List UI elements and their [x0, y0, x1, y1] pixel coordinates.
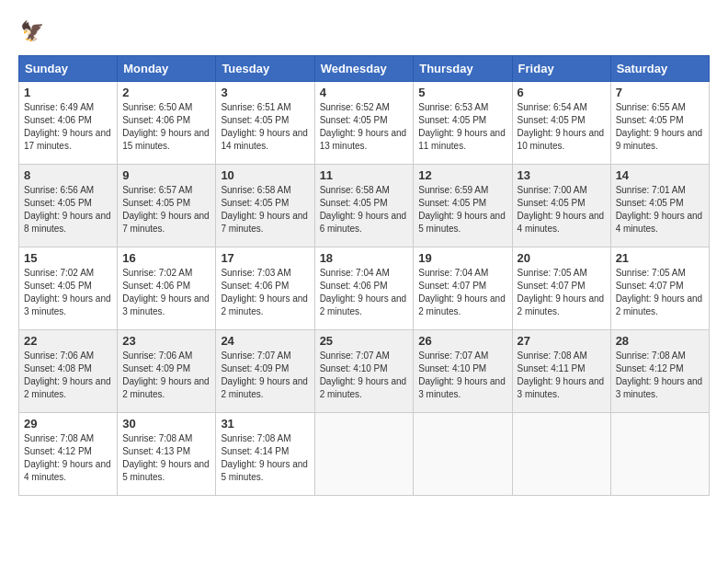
day-number: 20 — [518, 251, 606, 265]
calendar-cell: 17 Sunrise: 7:03 AM Sunset: 4:06 PM Dayl… — [216, 247, 314, 330]
calendar-cell: 1 Sunrise: 6:49 AM Sunset: 4:06 PM Dayli… — [19, 82, 118, 165]
calendar-cell: 14 Sunrise: 7:01 AM Sunset: 4:05 PM Dayl… — [610, 165, 709, 247]
calendar-cell: 26 Sunrise: 7:07 AM Sunset: 4:10 PM Dayl… — [414, 330, 512, 413]
day-number: 7 — [616, 86, 704, 99]
week-row-5: 29 Sunrise: 7:08 AM Sunset: 4:12 PM Dayl… — [19, 413, 710, 496]
calendar-cell: 18 Sunrise: 7:04 AM Sunset: 4:06 PM Dayl… — [314, 247, 414, 330]
day-info: Sunrise: 7:07 AM Sunset: 4:09 PM Dayligh… — [221, 350, 309, 401]
day-info: Sunrise: 6:55 AM Sunset: 4:05 PM Dayligh… — [616, 101, 704, 153]
day-number: 2 — [122, 86, 210, 99]
day-info: Sunrise: 7:01 AM Sunset: 4:05 PM Dayligh… — [616, 184, 704, 236]
week-row-4: 22 Sunrise: 7:06 AM Sunset: 4:08 PM Dayl… — [19, 330, 710, 413]
calendar-cell: 22 Sunrise: 7:06 AM Sunset: 4:08 PM Dayl… — [19, 330, 118, 413]
weekday-header-friday: Friday — [512, 56, 610, 82]
day-number: 18 — [320, 251, 409, 265]
calendar-cell: 30 Sunrise: 7:08 AM Sunset: 4:13 PM Dayl… — [118, 413, 216, 496]
day-number: 25 — [320, 334, 409, 348]
day-number: 27 — [518, 334, 606, 348]
logo: 🦅 — [18, 18, 50, 46]
day-info: Sunrise: 7:08 AM Sunset: 4:14 PM Dayligh… — [221, 432, 309, 484]
calendar-cell: 27 Sunrise: 7:08 AM Sunset: 4:11 PM Dayl… — [512, 330, 610, 413]
day-number: 31 — [221, 417, 309, 431]
calendar-cell: 31 Sunrise: 7:08 AM Sunset: 4:14 PM Dayl… — [216, 413, 314, 496]
day-info: Sunrise: 7:05 AM Sunset: 4:07 PM Dayligh… — [518, 267, 606, 318]
weekday-header-thursday: Thursday — [414, 56, 512, 82]
weekday-header-sunday: Sunday — [19, 56, 118, 82]
day-info: Sunrise: 6:49 AM Sunset: 4:06 PM Dayligh… — [24, 101, 112, 153]
day-info: Sunrise: 6:56 AM Sunset: 4:05 PM Dayligh… — [24, 184, 112, 236]
weekday-header-monday: Monday — [118, 56, 216, 82]
day-info: Sunrise: 7:02 AM Sunset: 4:05 PM Dayligh… — [24, 267, 112, 318]
day-number: 30 — [122, 417, 210, 431]
day-number: 14 — [616, 168, 704, 182]
calendar-cell: 7 Sunrise: 6:55 AM Sunset: 4:05 PM Dayli… — [610, 82, 709, 165]
day-number: 13 — [518, 168, 606, 182]
calendar-cell: 13 Sunrise: 7:00 AM Sunset: 4:05 PM Dayl… — [512, 165, 610, 247]
day-info: Sunrise: 6:58 AM Sunset: 4:05 PM Dayligh… — [221, 184, 309, 236]
day-number: 11 — [320, 168, 409, 182]
calendar-cell: 19 Sunrise: 7:04 AM Sunset: 4:07 PM Dayl… — [414, 247, 512, 330]
day-number: 9 — [122, 168, 210, 182]
day-info: Sunrise: 7:08 AM Sunset: 4:11 PM Dayligh… — [518, 350, 606, 401]
weekday-header-wednesday: Wednesday — [314, 56, 414, 82]
calendar-cell: 23 Sunrise: 7:06 AM Sunset: 4:09 PM Dayl… — [118, 330, 216, 413]
calendar-table: SundayMondayTuesdayWednesdayThursdayFrid… — [18, 55, 710, 496]
day-info: Sunrise: 6:54 AM Sunset: 4:05 PM Dayligh… — [518, 101, 606, 153]
day-info: Sunrise: 7:00 AM Sunset: 4:05 PM Dayligh… — [518, 184, 606, 236]
calendar-cell: 11 Sunrise: 6:58 AM Sunset: 4:05 PM Dayl… — [314, 165, 414, 247]
calendar-cell — [414, 413, 512, 496]
weekday-header-row: SundayMondayTuesdayWednesdayThursdayFrid… — [19, 56, 710, 82]
day-info: Sunrise: 6:57 AM Sunset: 4:05 PM Dayligh… — [122, 184, 210, 236]
day-info: Sunrise: 7:07 AM Sunset: 4:10 PM Dayligh… — [320, 350, 409, 401]
calendar-cell: 9 Sunrise: 6:57 AM Sunset: 4:05 PM Dayli… — [118, 165, 216, 247]
calendar-cell: 16 Sunrise: 7:02 AM Sunset: 4:06 PM Dayl… — [118, 247, 216, 330]
calendar-cell: 24 Sunrise: 7:07 AM Sunset: 4:09 PM Dayl… — [216, 330, 314, 413]
day-info: Sunrise: 7:04 AM Sunset: 4:07 PM Dayligh… — [418, 267, 506, 318]
weekday-header-tuesday: Tuesday — [216, 56, 314, 82]
day-number: 8 — [24, 168, 112, 182]
calendar-cell: 2 Sunrise: 6:50 AM Sunset: 4:06 PM Dayli… — [118, 82, 216, 165]
week-row-2: 8 Sunrise: 6:56 AM Sunset: 4:05 PM Dayli… — [19, 165, 710, 247]
day-info: Sunrise: 7:08 AM Sunset: 4:13 PM Dayligh… — [122, 432, 210, 484]
week-row-1: 1 Sunrise: 6:49 AM Sunset: 4:06 PM Dayli… — [19, 82, 710, 165]
calendar-cell — [314, 413, 414, 496]
day-info: Sunrise: 7:06 AM Sunset: 4:09 PM Dayligh… — [122, 350, 210, 401]
day-number: 28 — [616, 334, 704, 348]
day-number: 15 — [24, 251, 112, 265]
day-info: Sunrise: 6:51 AM Sunset: 4:05 PM Dayligh… — [221, 101, 309, 153]
calendar-cell: 8 Sunrise: 6:56 AM Sunset: 4:05 PM Dayli… — [19, 165, 118, 247]
day-info: Sunrise: 7:02 AM Sunset: 4:06 PM Dayligh… — [122, 267, 210, 318]
day-info: Sunrise: 7:07 AM Sunset: 4:10 PM Dayligh… — [418, 350, 506, 401]
day-number: 21 — [616, 251, 704, 265]
calendar-cell: 10 Sunrise: 6:58 AM Sunset: 4:05 PM Dayl… — [216, 165, 314, 247]
day-number: 5 — [418, 86, 506, 99]
calendar-cell: 28 Sunrise: 7:08 AM Sunset: 4:12 PM Dayl… — [610, 330, 709, 413]
day-number: 6 — [518, 86, 606, 99]
day-number: 4 — [320, 86, 409, 99]
day-number: 29 — [24, 417, 112, 431]
calendar-cell: 4 Sunrise: 6:52 AM Sunset: 4:05 PM Dayli… — [314, 82, 414, 165]
calendar-cell: 29 Sunrise: 7:08 AM Sunset: 4:12 PM Dayl… — [19, 413, 118, 496]
day-number: 16 — [122, 251, 210, 265]
calendar-cell: 3 Sunrise: 6:51 AM Sunset: 4:05 PM Dayli… — [216, 82, 314, 165]
day-info: Sunrise: 7:08 AM Sunset: 4:12 PM Dayligh… — [24, 432, 112, 484]
day-info: Sunrise: 7:05 AM Sunset: 4:07 PM Dayligh… — [616, 267, 704, 318]
day-info: Sunrise: 6:58 AM Sunset: 4:05 PM Dayligh… — [320, 184, 409, 236]
calendar-cell: 15 Sunrise: 7:02 AM Sunset: 4:05 PM Dayl… — [19, 247, 118, 330]
day-info: Sunrise: 7:03 AM Sunset: 4:06 PM Dayligh… — [221, 267, 309, 318]
day-info: Sunrise: 7:04 AM Sunset: 4:06 PM Dayligh… — [320, 267, 409, 318]
logo-icon: 🦅 — [18, 18, 46, 46]
day-number: 3 — [221, 86, 309, 99]
calendar-cell: 12 Sunrise: 6:59 AM Sunset: 4:05 PM Dayl… — [414, 165, 512, 247]
day-info: Sunrise: 7:08 AM Sunset: 4:12 PM Dayligh… — [616, 350, 704, 401]
day-number: 10 — [221, 168, 309, 182]
day-number: 24 — [221, 334, 309, 348]
svg-text:🦅: 🦅 — [20, 19, 45, 43]
day-info: Sunrise: 6:50 AM Sunset: 4:06 PM Dayligh… — [122, 101, 210, 153]
day-info: Sunrise: 6:53 AM Sunset: 4:05 PM Dayligh… — [418, 101, 506, 153]
week-row-3: 15 Sunrise: 7:02 AM Sunset: 4:05 PM Dayl… — [19, 247, 710, 330]
day-info: Sunrise: 6:52 AM Sunset: 4:05 PM Dayligh… — [320, 101, 409, 153]
day-info: Sunrise: 7:06 AM Sunset: 4:08 PM Dayligh… — [24, 350, 112, 401]
page-header: 🦅 — [18, 18, 710, 46]
day-number: 26 — [418, 334, 506, 348]
